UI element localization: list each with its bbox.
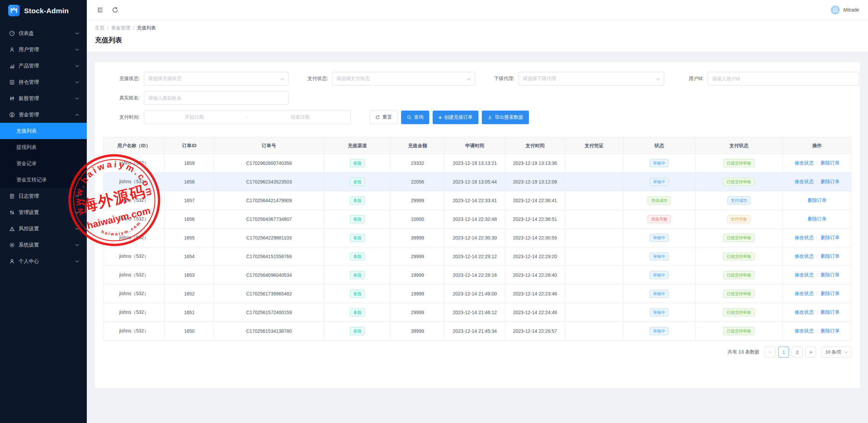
breadcrumb-item[interactable]: 主页 (95, 25, 104, 31)
breadcrumb-item[interactable]: 资金管理 (111, 25, 130, 31)
cell-voucher (565, 154, 623, 173)
delete-order-link[interactable]: 删除订单 (821, 328, 840, 333)
chevron-down-icon (75, 31, 79, 35)
cell-order-no: C1702962800740356 (214, 154, 324, 173)
cell-pay-status: 已提交待审核 (695, 285, 783, 303)
recharge-status-select[interactable]: 请选择充值状态 (144, 72, 289, 85)
sidebar-subitem-fund-transfer-records[interactable]: 资金互转记录 (0, 172, 87, 188)
status-tag: 审核中 (650, 159, 669, 167)
pagination-prev-button[interactable]: < (765, 347, 775, 358)
sidebar-item-profile-center[interactable]: 个人中心 (0, 253, 87, 269)
user-menu[interactable]: Mitrade (831, 5, 859, 15)
sidebar-item-label: 持仓管理 (19, 79, 75, 85)
modify-status-link[interactable]: 修改状态 (794, 291, 813, 296)
sidebar-subitem-recharge-list[interactable]: 充值列表 (0, 123, 87, 139)
sidebar-item-system-settings[interactable]: 系统设置 (0, 237, 87, 253)
username[interactable]: Mitrade (843, 7, 859, 13)
sidebar-subitem-fund-records[interactable]: 资金记录 (0, 155, 87, 172)
sidebar-item-ipo-mgmt[interactable]: 新股管理 (0, 90, 87, 107)
pay-status-tag: 已提交待审核 (723, 327, 754, 335)
sidebar-item-dashboard[interactable]: 仪表盘 (0, 25, 87, 41)
page-size-select[interactable]: 10 条/页 (822, 347, 852, 358)
sidebar-item-position-mgmt[interactable]: 持仓管理 (0, 74, 87, 90)
chevron-down-icon (467, 76, 471, 81)
chevron-down-icon (75, 227, 79, 231)
column-header: 订单ID (164, 138, 214, 154)
pagination-next-button[interactable]: > (805, 347, 816, 358)
delete-order-link[interactable]: 删除订单 (821, 253, 840, 259)
op-divider (817, 291, 817, 296)
column-header: 支付凭证 (565, 138, 623, 154)
delete-order-link[interactable]: 删除订单 (821, 235, 840, 240)
sidebar-subitem-withdraw-list[interactable]: 提现列表 (0, 139, 87, 155)
sidebar-item-log-mgmt[interactable]: 日志管理 (0, 188, 87, 204)
delete-order-link[interactable]: 删除订单 (821, 179, 840, 184)
pay-status-select[interactable]: 请选择支付状态 (332, 72, 475, 85)
sidebar-item-fund-mgmt[interactable]: 资金管理 (0, 107, 87, 123)
sidebar-item-label: 系统设置 (19, 242, 75, 248)
status-tag: 审核中 (650, 290, 669, 298)
column-header: 支付状态 (695, 138, 783, 154)
cell-voucher (565, 266, 623, 285)
delete-order-link[interactable]: 删除订单 (821, 309, 840, 315)
page-header: 主页/资金管理/充值列表 充值列表 (87, 20, 868, 52)
delete-order-link[interactable]: 删除订单 (821, 160, 840, 166)
pay-time-range-picker[interactable]: 开始日期 ~ 结束日期 (144, 111, 351, 124)
refresh-icon[interactable] (111, 6, 119, 14)
channel-tag: 泰股 (350, 308, 365, 316)
cell-user: jishns（532） (103, 266, 165, 285)
cell-status: 审核中 (623, 322, 695, 341)
sidebar-item-risk-settings[interactable]: 风控设置 (0, 220, 87, 237)
pay-status-tag: 已提交待审核 (723, 252, 754, 261)
modify-status-link[interactable]: 修改状态 (794, 179, 813, 184)
export-search-data-button[interactable]: 导出搜索数据 (482, 111, 529, 124)
chevron-down-icon (75, 210, 79, 214)
op-divider (817, 179, 817, 184)
cell-channel: 泰股 (324, 285, 391, 303)
cell-order-no: C1702564229881103 (214, 229, 324, 247)
pay-time-label: 支付时间: (103, 114, 144, 120)
pagination-page-2[interactable]: 2 (792, 347, 803, 358)
real-name-input[interactable] (144, 91, 289, 105)
agent-select[interactable]: 请选择下级代理 (518, 72, 664, 85)
filter-real-name: 真实姓名: (103, 91, 289, 105)
user-id-input[interactable] (708, 72, 859, 85)
modify-status-link[interactable]: 修改状态 (794, 253, 813, 259)
reset-button[interactable]: 重置 (370, 111, 398, 124)
delete-order-link[interactable]: 删除订单 (808, 216, 827, 222)
cell-ops: 修改状态删除订单 (783, 266, 851, 285)
table-row: jishns（532）1656C1702564367734807泰股100002… (103, 210, 852, 229)
cell-order-id: 1651 (164, 303, 214, 322)
table-header-row: 用户名称（ID）订单ID订单号充值渠道充值金额申请时间支付时间支付凭证状态支付状… (103, 138, 852, 154)
avatar[interactable] (831, 5, 840, 15)
op-divider (817, 273, 817, 277)
column-header: 操作 (783, 138, 851, 154)
person-icon (9, 258, 15, 264)
cell-apply-time: 2023-12-14 22:32:48 (445, 210, 505, 229)
sidebar-item-user-mgmt[interactable]: 用户管理 (0, 41, 87, 58)
filter-pay-time: 支付时间: 开始日期 ~ 结束日期 (103, 111, 351, 124)
modify-status-link[interactable]: 修改状态 (794, 272, 813, 277)
filter-pay-status: 支付状态: 请选择支付状态 (291, 72, 475, 85)
sidebar-item-admin-settings[interactable]: 管理设置 (0, 204, 87, 220)
modify-status-link[interactable]: 修改状态 (794, 309, 813, 315)
modify-status-link[interactable]: 修改状态 (794, 160, 813, 166)
pagination-page-1[interactable]: 1 (778, 347, 789, 358)
cell-amount: 23332 (391, 154, 445, 173)
sidebar-item-product-mgmt[interactable]: 产品管理 (0, 58, 87, 74)
search-button[interactable]: 查询 (401, 111, 429, 124)
cell-order-id: 1658 (164, 173, 214, 191)
chevron-down-icon (280, 76, 284, 81)
modify-status-link[interactable]: 修改状态 (794, 235, 813, 240)
cell-ops: 修改状态删除订单 (783, 173, 851, 191)
create-recharge-order-button[interactable]: + 创建充值订单 (433, 111, 478, 124)
app-title: Stock-Admin (24, 7, 69, 15)
delete-order-link[interactable]: 删除订单 (821, 291, 840, 296)
delete-order-link[interactable]: 删除订单 (821, 272, 840, 277)
modify-status-link[interactable]: 修改状态 (794, 328, 813, 333)
table-row: jishns（532）1654C1702564151558766泰股299992… (103, 247, 852, 266)
cell-voucher (565, 191, 623, 210)
delete-order-link[interactable]: 删除订单 (808, 197, 827, 203)
cell-status: 审核中 (623, 154, 695, 173)
collapse-sidebar-icon[interactable] (96, 6, 104, 14)
